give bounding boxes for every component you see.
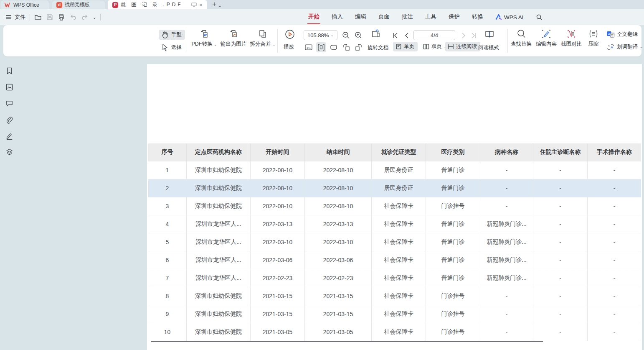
fit-width-button[interactable] <box>316 42 326 52</box>
rotate-left-button[interactable] <box>342 43 350 51</box>
find-replace-button[interactable]: 查找替换 <box>510 29 533 48</box>
attachments-panel-icon[interactable] <box>5 116 13 124</box>
menu-annotate[interactable]: 批注 <box>402 13 413 21</box>
undo-history-chevron-icon[interactable]: ⌄ <box>93 15 96 20</box>
open-folder-icon[interactable] <box>34 13 42 21</box>
table-cell: 8 <box>148 287 187 305</box>
menu-home[interactable]: 开始 <box>308 13 319 21</box>
table-cell: 2022-02-23 <box>251 269 305 287</box>
menu-edit[interactable]: 编辑 <box>355 13 366 21</box>
last-page-icon[interactable] <box>469 31 478 40</box>
table-cell: 社会保障卡 <box>372 269 426 287</box>
continuous-read-button[interactable]: 连续阅读 <box>445 42 480 51</box>
divider <box>507 29 508 53</box>
menu-insert[interactable]: 插入 <box>332 13 343 21</box>
new-tab-button[interactable]: + <box>212 0 216 8</box>
double-page-label: 双页 <box>431 43 442 50</box>
table-cell: 社会保障卡 <box>372 215 426 233</box>
table-cell: 新冠肺炎门诊... <box>480 251 533 269</box>
table-cell: - <box>588 287 641 305</box>
table-cell: 社会保障卡 <box>372 197 426 215</box>
full-translate-icon: A <box>606 30 615 38</box>
hand-icon <box>161 31 169 39</box>
pdf-convert-label: PDF转换 <box>191 41 212 47</box>
menu-page[interactable]: 页面 <box>378 13 390 21</box>
play-icon[interactable] <box>285 29 295 39</box>
select-tool-button[interactable]: 选择 <box>159 42 185 52</box>
table-cell: 社会保障卡 <box>372 287 426 305</box>
table-cell: - <box>588 305 641 323</box>
pdf-convert-button[interactable]: PDF转换 ⌄ <box>190 29 218 48</box>
table-header-cell: 序号 <box>148 143 187 161</box>
comments-panel-icon[interactable] <box>5 100 13 107</box>
zoom-in-icon[interactable] <box>354 31 363 39</box>
first-page-icon[interactable] <box>391 31 400 40</box>
next-page-icon[interactable] <box>459 31 468 40</box>
table-cell: 深圳市妇幼保健院 <box>187 161 251 179</box>
wps-ai-button[interactable]: WPS AI <box>495 14 524 20</box>
screen-share-icon[interactable] <box>191 3 197 7</box>
play-label[interactable]: 播放 <box>284 43 294 51</box>
save-icon[interactable] <box>46 13 53 21</box>
hand-tool-button[interactable]: 手型 <box>159 30 185 40</box>
tab-docer-templates[interactable]: d 找稻壳模板 <box>52 0 105 9</box>
layers-panel-icon[interactable] <box>5 148 13 156</box>
table-cell: 深圳市妇幼保健院 <box>187 197 251 215</box>
table-cell: - <box>533 251 588 269</box>
bookmarks-panel-icon[interactable] <box>5 67 13 75</box>
page-number-input[interactable]: 4/4 <box>413 30 455 40</box>
tab-label: WPS Office <box>13 2 39 8</box>
table-cell: 2021-03-05 <box>305 323 372 341</box>
docer-logo-icon: d <box>56 2 62 8</box>
zoom-level-select[interactable]: 105.88% ⌄ <box>304 30 337 40</box>
read-mode-button[interactable]: 阅读模式 <box>478 44 499 51</box>
single-page-button[interactable]: 单页 <box>393 42 418 51</box>
split-merge-button[interactable]: 拆分合并 ⌄ <box>248 29 277 48</box>
rotate-doc-label[interactable]: 旋转文档 <box>368 44 388 51</box>
table-cell: 4 <box>148 215 187 233</box>
table-header-cell: 结束时间 <box>305 143 372 161</box>
rotate-pages-icon[interactable] <box>371 29 381 39</box>
thumbnails-panel-icon[interactable] <box>5 83 13 91</box>
table-cell: 2021-03-15 <box>251 305 305 323</box>
tab-document-pdf[interactable]: P 就 医 记 录 .PDF × <box>108 0 207 9</box>
menu-protect[interactable]: 保护 <box>449 13 460 21</box>
export-image-button[interactable]: 输出为图片 <box>219 29 248 48</box>
file-menu-button[interactable]: 文件 <box>5 13 25 21</box>
menu-convert[interactable]: 转换 <box>472 13 483 21</box>
table-cell: 新冠肺炎门诊... <box>480 233 533 251</box>
table-cell: 普通门诊 <box>426 215 480 233</box>
table-cell: 6 <box>148 251 187 269</box>
tab-wps-office[interactable]: WPS Office <box>0 0 49 9</box>
rotate-right-button[interactable] <box>355 43 363 51</box>
word-translate-button[interactable]: x A 划词翻译 ⌄ <box>606 43 643 51</box>
table-cell: 2022-02-23 <box>305 269 372 287</box>
read-mode-book-icon[interactable] <box>484 29 494 39</box>
compress-button[interactable]: 压缩 <box>585 29 602 48</box>
full-translate-button[interactable]: A 全文翻译 <box>606 30 638 38</box>
edit-content-label: 编辑内容 <box>536 41 557 48</box>
screenshot-compare-button[interactable]: 截图对比 <box>560 29 583 48</box>
select-tool-label: 选择 <box>171 44 182 51</box>
search-icon[interactable] <box>536 14 543 20</box>
table-cell: 社会保障卡 <box>372 233 426 251</box>
signature-panel-icon[interactable] <box>5 132 13 140</box>
word-translate-icon: x A <box>606 43 615 51</box>
table-header-cell: 医疗类别 <box>426 143 480 161</box>
previous-page-icon[interactable] <box>403 31 411 40</box>
full-translate-label: 全文翻译 <box>617 31 638 38</box>
menu-tools[interactable]: 工具 <box>425 13 436 21</box>
undo-icon[interactable] <box>69 13 77 21</box>
actual-size-button[interactable]: 1:1 <box>304 43 313 51</box>
table-cell: 2022-08-10 <box>251 161 305 179</box>
close-tab-icon[interactable]: × <box>199 2 203 8</box>
edit-content-button[interactable]: 编辑内容 <box>535 29 558 48</box>
table-cell: 5 <box>148 233 187 251</box>
divider <box>30 14 30 20</box>
split-merge-label: 拆分合并 <box>250 41 271 47</box>
redo-icon[interactable] <box>81 13 89 21</box>
tab-list-chevron-icon[interactable]: ⌄ <box>218 3 221 8</box>
print-icon[interactable] <box>58 13 65 21</box>
fit-page-button[interactable] <box>330 43 338 51</box>
zoom-out-icon[interactable] <box>342 31 350 39</box>
